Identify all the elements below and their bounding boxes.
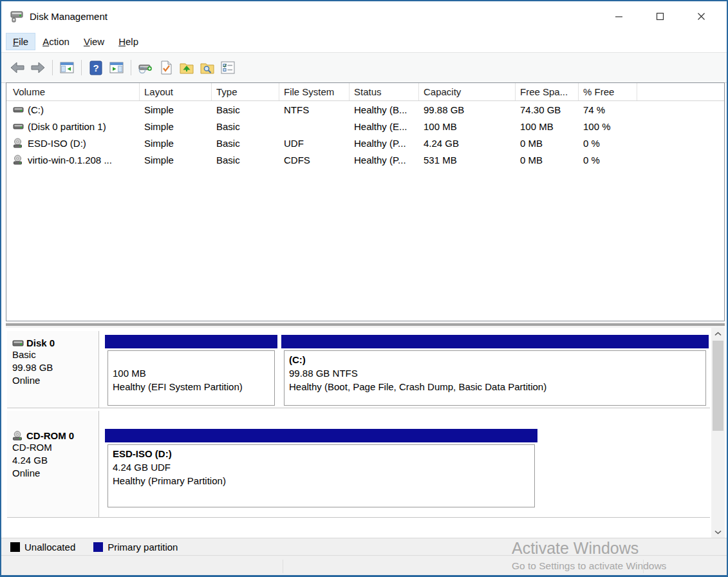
volume-free-space: 100 MB [516, 121, 579, 132]
volume-filesystem: UDF [279, 138, 350, 149]
rescan-disks-button[interactable] [136, 58, 155, 77]
partition-health: Healthy (Boot, Page File, Crash Dump, Ba… [289, 380, 705, 393]
volume-capacity: 100 MB [419, 121, 516, 132]
column-header-layout[interactable]: Layout [140, 83, 212, 100]
volume-status: Healthy (B... [350, 104, 419, 115]
disk-icon [12, 339, 24, 347]
status-bar-divider [283, 560, 283, 573]
volume-capacity: 531 MB [419, 155, 516, 166]
volume-type: Basic [212, 121, 279, 132]
volume-free-space: 74.30 GB [516, 104, 579, 115]
partition-color-strip [105, 335, 277, 348]
volume-row-virtio-win[interactable]: virtio-win-0.1.208 ... Simple Basic CDFS… [6, 151, 724, 168]
toolbar-separator [131, 60, 131, 75]
pane-splitter[interactable] [6, 322, 725, 328]
menu-file[interactable]: File [6, 33, 35, 50]
cdrom0-name: CD-ROM 0 [26, 430, 74, 441]
vertical-scrollbar[interactable] [711, 328, 725, 538]
scroll-up-button[interactable] [711, 328, 725, 339]
svg-text:?: ? [93, 62, 98, 73]
close-icon [697, 12, 705, 21]
volume-row-c[interactable]: (C:) Simple Basic NTFS Healthy (B... 99.… [6, 101, 724, 118]
close-button[interactable] [680, 1, 722, 31]
volume-capacity: 99.88 GB [419, 104, 516, 115]
cdrom0-label[interactable]: CD-ROM 0 CD-ROM 4.24 GB Online [7, 411, 99, 517]
cdrom0-row: CD-ROM 0 CD-ROM 4.24 GB Online ESD-ISO (… [7, 411, 710, 518]
volume-list-pane: Volume Layout Type File System Status Ca… [6, 82, 725, 321]
volume-layout: Simple [140, 138, 212, 149]
partition-size: 100 MB [113, 366, 274, 380]
maximize-button[interactable] [639, 1, 680, 31]
volume-type: Basic [212, 104, 279, 115]
volume-free-space: 0 MB [516, 138, 579, 149]
checklist-button[interactable] [218, 58, 238, 77]
column-header-file-system[interactable]: File System [279, 83, 350, 100]
back-button[interactable] [8, 58, 27, 77]
volume-filesystem: NTFS [279, 104, 350, 115]
volume-pct-free: 74 % [579, 104, 637, 115]
volume-type: Basic [212, 155, 279, 166]
volume-pct-free: 0 % [579, 155, 637, 166]
disk-management-window: Disk Management File Action View Help [0, 0, 728, 577]
cdrom0-status: Online [12, 467, 98, 480]
column-header-pct-free[interactable]: % Free [579, 83, 637, 100]
volume-list-header: Volume Layout Type File System Status Ca… [6, 83, 724, 101]
back-icon [10, 61, 25, 75]
legend-primary-partition-label: Primary partition [107, 542, 178, 553]
check-document-icon [159, 60, 173, 75]
column-header-capacity[interactable]: Capacity [419, 83, 516, 100]
volume-name: (Disk 0 partition 1) [28, 121, 106, 132]
disk-volume-icon [13, 121, 24, 132]
window-title: Disk Management [30, 11, 107, 22]
folder-up-button[interactable] [177, 58, 196, 77]
volume-row-esd-iso[interactable]: ESD-ISO (D:) Simple Basic UDF Healthy (P… [6, 135, 724, 151]
folder-search-button[interactable] [198, 58, 217, 77]
volume-layout: Simple [140, 155, 212, 166]
menu-bar: File Action View Help [1, 31, 727, 53]
show-action-pane-button[interactable] [107, 58, 126, 77]
show-action-pane-icon [109, 61, 124, 75]
volume-capacity: 4.24 GB [419, 138, 516, 149]
scrollbar-thumb[interactable] [713, 341, 723, 431]
forward-button[interactable] [28, 58, 48, 77]
disk0-status: Online [12, 374, 98, 387]
column-header-free-space[interactable]: Free Spa... [516, 83, 579, 100]
folder-search-icon [200, 61, 215, 75]
volume-name: ESD-ISO (D:) [28, 138, 86, 149]
menu-action[interactable]: Action [36, 33, 76, 50]
disk0-name: Disk 0 [26, 337, 55, 348]
minimize-button[interactable] [598, 1, 639, 31]
legend-unallocated-label: Unallocated [24, 542, 75, 553]
menu-view[interactable]: View [77, 33, 111, 50]
primary-partition-swatch [93, 542, 103, 552]
volume-status: Healthy (P... [350, 138, 419, 149]
volume-type: Basic [212, 138, 279, 149]
show-console-tree-button[interactable] [57, 58, 77, 77]
column-header-volume[interactable]: Volume [6, 83, 140, 100]
cd-volume-icon [13, 155, 24, 166]
disk-volume-icon [13, 104, 24, 115]
check-document-button[interactable] [156, 58, 176, 77]
partition-esd-iso[interactable]: ESD-ISO (D:) 4.24 GB UDF Healthy (Primar… [105, 429, 537, 507]
scroll-down-button[interactable] [711, 526, 725, 538]
volume-status: Healthy (P... [350, 155, 419, 166]
column-header-type[interactable]: Type [212, 83, 279, 100]
partition-name [113, 353, 274, 366]
volume-filesystem: CDFS [279, 155, 350, 166]
show-console-tree-icon [59, 61, 75, 75]
volume-row-disk0-partition1[interactable]: (Disk 0 partition 1) Simple Basic Health… [6, 118, 724, 135]
partition-color-strip [281, 335, 709, 348]
volume-name: (C:) [28, 104, 44, 115]
folder-up-icon [179, 61, 194, 75]
chevron-down-icon [714, 530, 722, 534]
partition-efi[interactable]: 100 MB Healthy (EFI System Partition) [105, 335, 277, 406]
legend-bar: Unallocated Primary partition [1, 538, 727, 555]
partition-c[interactable]: (C:) 99.88 GB NTFS Healthy (Boot, Page F… [281, 335, 709, 406]
disk0-row: Disk 0 Basic 99.98 GB Online 100 MB Heal… [7, 331, 710, 408]
menu-help[interactable]: Help [112, 33, 145, 50]
disk0-label[interactable]: Disk 0 Basic 99.98 GB Online [7, 331, 99, 408]
column-header-status[interactable]: Status [350, 83, 419, 100]
disk0-size: 99.98 GB [12, 361, 98, 374]
volume-status: Healthy (E... [350, 121, 419, 132]
help-button[interactable]: ? [86, 58, 106, 77]
